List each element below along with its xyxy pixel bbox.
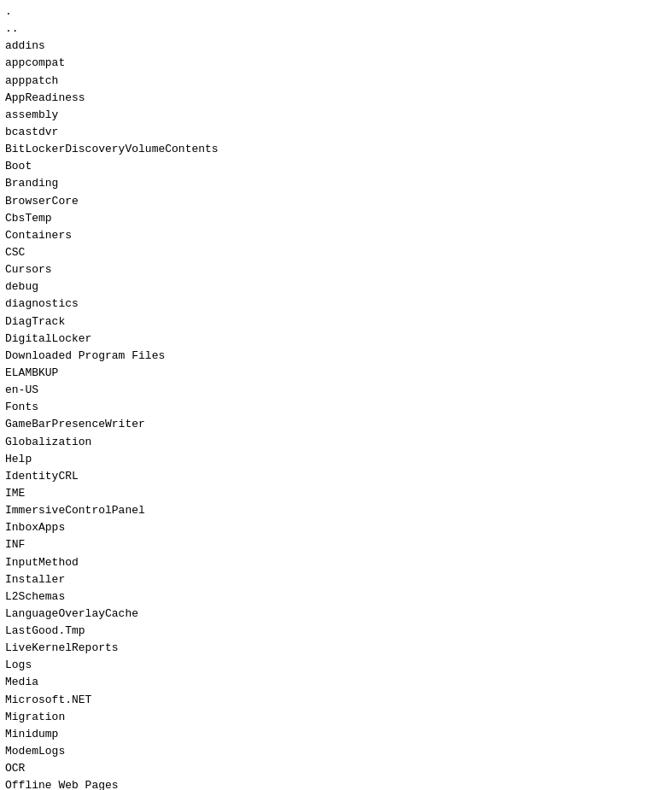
list-item[interactable]: Help <box>3 451 669 468</box>
list-item[interactable]: bcastdvr <box>3 124 669 141</box>
list-item[interactable]: CbsTemp <box>3 210 669 227</box>
list-item[interactable]: CSC <box>3 244 669 261</box>
list-item[interactable]: Downloaded Program Files <box>3 348 669 365</box>
list-item[interactable]: Boot <box>3 158 669 175</box>
list-item[interactable]: . <box>3 3 669 20</box>
list-item[interactable]: Microsoft.NET <box>3 692 669 709</box>
list-item[interactable]: DiagTrack <box>3 313 669 331</box>
list-item[interactable]: OCR <box>3 760 669 777</box>
list-item[interactable]: IdentityCRL <box>3 468 669 485</box>
list-item[interactable]: Fonts <box>3 399 669 416</box>
list-item[interactable]: Migration <box>3 709 669 726</box>
list-item[interactable]: InputMethod <box>3 554 669 571</box>
list-item[interactable]: DigitalLocker <box>3 331 669 348</box>
list-item[interactable]: Containers <box>3 227 669 244</box>
list-item[interactable]: LiveKernelReports <box>3 640 669 657</box>
list-item[interactable]: .. <box>3 20 669 38</box>
list-item[interactable]: debug <box>3 278 669 296</box>
list-item[interactable]: addins <box>3 38 669 55</box>
list-item[interactable]: GameBarPresenceWriter <box>3 416 669 433</box>
file-list: ...addinsappcompatapppatchAppReadinessas… <box>3 3 669 790</box>
list-item[interactable]: LastGood.Tmp <box>3 623 669 640</box>
list-item[interactable]: Media <box>3 674 669 691</box>
list-item[interactable]: INF <box>3 536 669 553</box>
list-item[interactable]: Cursors <box>3 261 669 278</box>
list-item[interactable]: diagnostics <box>3 296 669 313</box>
list-item[interactable]: Globalization <box>3 434 669 451</box>
list-item[interactable]: assembly <box>3 107 669 124</box>
list-item[interactable]: Installer <box>3 571 669 588</box>
list-item[interactable]: Minidump <box>3 726 669 743</box>
list-item[interactable]: ModemLogs <box>3 743 669 760</box>
list-item[interactable]: Branding <box>3 175 669 192</box>
list-item[interactable]: ELAMBKUP <box>3 365 669 382</box>
list-item[interactable]: ImmersiveControlPanel <box>3 502 669 519</box>
list-item[interactable]: Logs <box>3 657 669 674</box>
list-item[interactable]: apppatch <box>3 73 669 90</box>
list-item[interactable]: BitLockerDiscoveryVolumeContents <box>3 141 669 158</box>
list-item[interactable]: LanguageOverlayCache <box>3 606 669 623</box>
list-item[interactable]: BrowserCore <box>3 193 669 210</box>
list-item[interactable]: AppReadiness <box>3 90 669 107</box>
list-item[interactable]: Offline Web Pages <box>3 777 669 790</box>
list-item[interactable]: appcompat <box>3 55 669 72</box>
list-item[interactable]: IME <box>3 485 669 502</box>
list-item[interactable]: L2Schemas <box>3 588 669 606</box>
list-item[interactable]: InboxApps <box>3 519 669 536</box>
list-item[interactable]: en-US <box>3 382 669 399</box>
